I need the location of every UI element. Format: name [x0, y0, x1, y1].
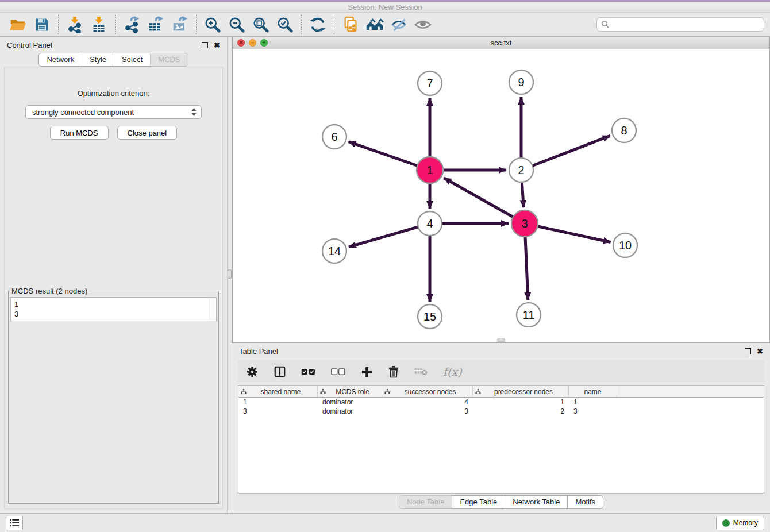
import-table-icon[interactable] [89, 15, 109, 34]
tab-motifs[interactable]: Motifs [567, 495, 603, 509]
criterion-select[interactable]: strongly connected component [25, 105, 202, 119]
tab-style[interactable]: Style [82, 53, 114, 67]
cell-shared-name[interactable]: 1 [238, 398, 318, 407]
tab-edge-table[interactable]: Edge Table [452, 495, 505, 509]
delete-table-icon[interactable] [414, 367, 428, 377]
cell-MCDS-role[interactable]: dominator [318, 398, 382, 407]
application-window: Session: New Session [0, 0, 770, 532]
unselect-all-columns-icon[interactable] [331, 368, 346, 376]
table-settings-icon[interactable] [246, 365, 259, 378]
result-scrollbar[interactable] [209, 298, 215, 320]
cell-successor-nodes[interactable]: 3 [382, 407, 473, 416]
search-icon [601, 20, 610, 29]
table-row[interactable]: 1dominator411 [238, 398, 764, 407]
save-session-icon[interactable] [32, 15, 52, 34]
close-window-button[interactable]: ✕ [237, 39, 245, 47]
run-mcds-button[interactable]: Run MCDS [50, 126, 109, 140]
control-panel: Control Panel ✖ NetworkStyleSelectMCDS O… [0, 37, 227, 513]
column-header-shared-name[interactable]: shared name [238, 386, 318, 397]
node-table[interactable]: shared nameMCDS rolesuccessor nodesprede… [238, 385, 764, 494]
float-panel-icon[interactable] [202, 42, 208, 48]
tab-mcds[interactable]: MCDS [150, 53, 188, 67]
horizontal-splitter-grip[interactable] [498, 338, 505, 342]
minimize-window-button[interactable]: − [249, 39, 256, 47]
node-label-8: 8 [621, 124, 627, 137]
select-all-columns-icon[interactable] [301, 368, 316, 376]
node-label-9: 9 [518, 76, 524, 88]
close-panel-button[interactable]: Close panel [117, 126, 178, 140]
tab-network-table[interactable]: Network Table [505, 495, 568, 509]
column-header-MCDS-role[interactable]: MCDS role [318, 386, 382, 397]
vertical-splitter[interactable] [227, 37, 232, 513]
memory-button[interactable]: Memory [716, 516, 764, 530]
mcds-result-item[interactable]: 1 [14, 299, 213, 309]
optimization-criterion-label: Optimization criterion: [9, 89, 218, 98]
node-label-10: 10 [619, 239, 632, 252]
zoom-fit-icon[interactable] [251, 15, 271, 34]
toolbar-separator [301, 15, 302, 34]
toolbar-separator [334, 15, 334, 34]
node-label-1: 1 [426, 164, 433, 176]
toolbar-separator [115, 15, 116, 34]
cell-predecessor-nodes[interactable]: 1 [473, 398, 569, 407]
search-box [596, 17, 764, 32]
show-column-icon[interactable] [274, 365, 286, 378]
show-all-icon[interactable] [413, 15, 433, 34]
node-label-7: 7 [426, 77, 433, 90]
edge-2-8[interactable] [521, 136, 610, 170]
clone-network-icon[interactable] [341, 15, 360, 34]
table-tabs: Node TableEdge TableNetwork TableMotifs [232, 495, 770, 510]
tab-node-table[interactable]: Node Table [399, 495, 453, 509]
cell-name[interactable]: 3 [569, 407, 617, 416]
network-window: ✕ − + scc.txt 7968124314101511 [232, 37, 770, 343]
node-label-11: 11 [523, 309, 535, 321]
search-input[interactable] [613, 20, 760, 29]
export-image-icon[interactable] [170, 15, 190, 34]
close-panel-icon[interactable]: ✖ [214, 42, 220, 48]
add-column-icon[interactable] [361, 366, 373, 378]
import-network-icon[interactable] [65, 15, 84, 34]
toolbar-separator [58, 15, 59, 34]
mcds-result-item[interactable]: 3 [14, 309, 213, 319]
tab-select[interactable]: Select [114, 53, 151, 67]
maximize-window-button[interactable]: + [260, 39, 268, 47]
function-builder-icon[interactable]: f(x) [443, 365, 462, 378]
table-panel-header: Table Panel ✖ [232, 343, 770, 359]
cell-MCDS-role[interactable]: dominator [318, 407, 382, 416]
mcds-result-list[interactable]: 13 [10, 297, 217, 321]
node-label-3: 3 [521, 217, 528, 230]
mcds-result-title: MCDS result (2 nodes) [10, 287, 88, 295]
hide-selected-icon[interactable] [389, 15, 409, 34]
open-session-icon[interactable] [8, 15, 28, 34]
zoom-in-icon[interactable] [203, 15, 222, 34]
refresh-view-icon[interactable] [308, 15, 328, 34]
splitter-grip[interactable] [228, 269, 232, 279]
node-table-header: shared nameMCDS rolesuccessor nodesprede… [238, 386, 764, 398]
export-table-icon[interactable] [146, 15, 165, 34]
export-network-icon[interactable] [122, 15, 141, 34]
tab-network[interactable]: Network [38, 53, 82, 67]
column-header-filler [617, 386, 764, 397]
close-table-panel-icon[interactable]: ✖ [757, 348, 763, 354]
zoom-selected-icon[interactable] [275, 15, 295, 34]
cell-name[interactable]: 1 [569, 398, 617, 407]
node-table-body: 1dominator4113dominator323 [238, 398, 764, 416]
edge-3-1[interactable] [444, 178, 525, 223]
column-header-successor-nodes[interactable]: successor nodes [382, 386, 473, 397]
cell-shared-name[interactable]: 3 [238, 407, 318, 416]
node-label-6: 6 [331, 130, 337, 143]
column-header-predecessor-nodes[interactable]: predecessor nodes [473, 386, 569, 397]
task-history-button[interactable] [6, 516, 23, 530]
cell-predecessor-nodes[interactable]: 2 [473, 407, 569, 416]
graph-svg[interactable]: 7968124314101511 [233, 49, 767, 342]
zoom-out-icon[interactable] [227, 15, 247, 34]
status-bar: Memory [0, 513, 770, 532]
delete-column-icon[interactable] [388, 365, 399, 378]
network-canvas[interactable]: 7968124314101511 [233, 49, 769, 342]
first-neighbors-icon[interactable] [365, 15, 384, 34]
cell-successor-nodes[interactable]: 4 [382, 398, 473, 407]
table-row[interactable]: 3dominator323 [238, 407, 764, 416]
column-header-name[interactable]: name [569, 386, 617, 397]
window-titlebar: Session: New Session [0, 0, 770, 13]
float-table-panel-icon[interactable] [745, 348, 751, 354]
